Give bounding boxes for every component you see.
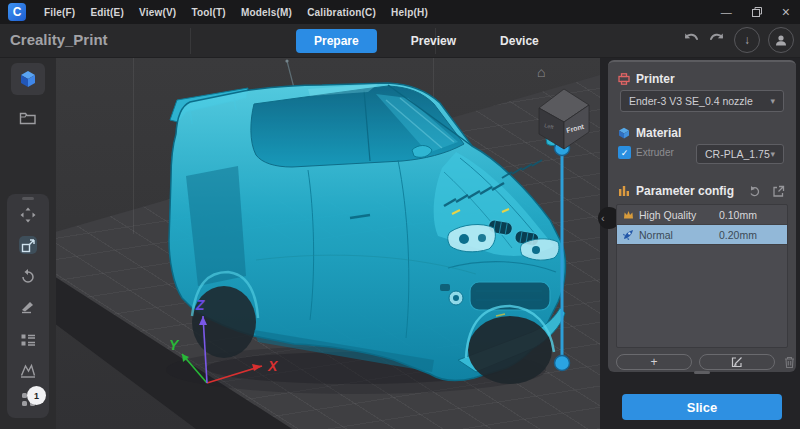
crown-icon: [623, 210, 634, 220]
scale-tool-button[interactable]: [19, 236, 37, 254]
menu-calibration[interactable]: Calibration(C): [307, 7, 376, 18]
chevron-down-icon: ▾: [770, 149, 775, 159]
profile-row-high-quality[interactable]: High Quality 0.10mm: [617, 205, 787, 225]
model-count-badge: 1: [27, 386, 46, 405]
viewport-3d[interactable]: X Y Z Left Front ⌂: [56, 58, 600, 429]
download-button[interactable]: ↓: [734, 27, 760, 53]
menu-view[interactable]: View(V): [139, 7, 176, 18]
panel-resize-handle[interactable]: [694, 371, 710, 374]
header-bar: Creality_Print Prepare Preview Device ↓: [0, 24, 800, 58]
printer-select-value: Ender-3 V3 SE_0.4 nozzle: [629, 95, 770, 107]
menu-models[interactable]: Models(M): [241, 7, 292, 18]
app-logo-icon: C: [8, 3, 26, 21]
right-column: ‹ Printer Ender-3 V3 SE_0.4 nozzle ▾: [600, 58, 800, 429]
view-cube[interactable]: Left Front: [56, 58, 600, 429]
rotate-icon: [20, 268, 36, 284]
transform-tool-group: [7, 194, 49, 418]
model-cube-icon: [18, 69, 38, 89]
import-model-button[interactable]: [11, 63, 45, 95]
minimize-icon[interactable]: —: [721, 7, 732, 18]
object-list-button[interactable]: [19, 331, 37, 349]
knife-icon: [20, 299, 36, 315]
edit-icon: [731, 356, 743, 368]
list-icon: [20, 332, 36, 348]
tab-prepare[interactable]: Prepare: [296, 29, 377, 53]
profile-layer-height: 0.10mm: [719, 209, 781, 221]
profile-name: Normal: [639, 229, 719, 241]
undo-icon[interactable]: [682, 32, 700, 48]
material-section-title: Material: [636, 126, 681, 140]
menu-tool[interactable]: Tool(T): [191, 7, 226, 18]
menu-help[interactable]: Help(H): [391, 7, 428, 18]
export-parameters-button[interactable]: [772, 185, 785, 198]
edit-profile-button[interactable]: [699, 354, 775, 370]
parameter-config-icon: [618, 185, 630, 197]
add-profile-button[interactable]: +: [616, 354, 692, 370]
printer-section-title: Printer: [636, 72, 675, 86]
menu-file[interactable]: File(F): [44, 7, 75, 18]
folder-icon: [19, 110, 37, 126]
account-button[interactable]: [768, 27, 794, 53]
material-select-value: CR-PLA_1.75: [705, 148, 770, 160]
printer-icon: [618, 73, 630, 85]
move-icon: [20, 207, 36, 223]
print-settings-panel: ‹ Printer Ender-3 V3 SE_0.4 nozzle ▾: [608, 60, 796, 372]
cut-tool-button[interactable]: [19, 298, 37, 316]
maximize-icon[interactable]: [752, 7, 762, 17]
title-bar: C File(F) Edit(E) View(V) Tool(T) Models…: [0, 0, 800, 24]
support-icon: [20, 362, 36, 378]
printer-select[interactable]: Ender-3 V3 SE_0.4 nozzle ▾: [620, 90, 784, 112]
left-toolbar: [0, 58, 56, 429]
profile-layer-height: 0.20mm: [719, 229, 781, 241]
parameter-profile-list: High Quality 0.10mm Normal 0.20mm: [616, 204, 788, 348]
menu-bar: File(F) Edit(E) View(V) Tool(T) Models(M…: [44, 7, 428, 18]
rotate-tool-button[interactable]: [19, 267, 37, 285]
extruder-label: Extruder: [636, 147, 674, 158]
open-file-button[interactable]: [11, 103, 45, 133]
delete-profile-button[interactable]: [782, 356, 796, 369]
close-icon[interactable]: ×: [782, 5, 790, 19]
extruder-checkbox[interactable]: ✓: [618, 146, 631, 159]
reset-parameters-button[interactable]: [748, 185, 761, 198]
tab-preview[interactable]: Preview: [401, 29, 466, 53]
material-select[interactable]: CR-PLA_1.75 ▾: [696, 144, 784, 164]
chevron-down-icon: ▾: [770, 96, 775, 106]
support-tool-button[interactable]: [19, 361, 37, 379]
page-title: Creality_Print: [10, 31, 108, 48]
tool-group-handle[interactable]: [22, 197, 34, 200]
creality-print-window: C File(F) Edit(E) View(V) Tool(T) Models…: [0, 0, 800, 429]
rocket-icon: [623, 229, 634, 240]
profile-name: High Quality: [639, 209, 719, 221]
scale-icon: [21, 238, 36, 253]
parameter-config-title: Parameter config: [636, 184, 734, 198]
tab-device[interactable]: Device: [490, 29, 549, 53]
slice-button[interactable]: Slice: [622, 394, 782, 420]
home-view-icon[interactable]: ⌂: [537, 64, 545, 80]
trash-icon: [784, 356, 795, 369]
menu-edit[interactable]: Edit(E): [90, 7, 124, 18]
profile-row-normal[interactable]: Normal 0.20mm: [617, 225, 787, 245]
material-icon: [618, 127, 630, 139]
move-tool-button[interactable]: [19, 206, 37, 224]
redo-icon[interactable]: [708, 32, 726, 48]
